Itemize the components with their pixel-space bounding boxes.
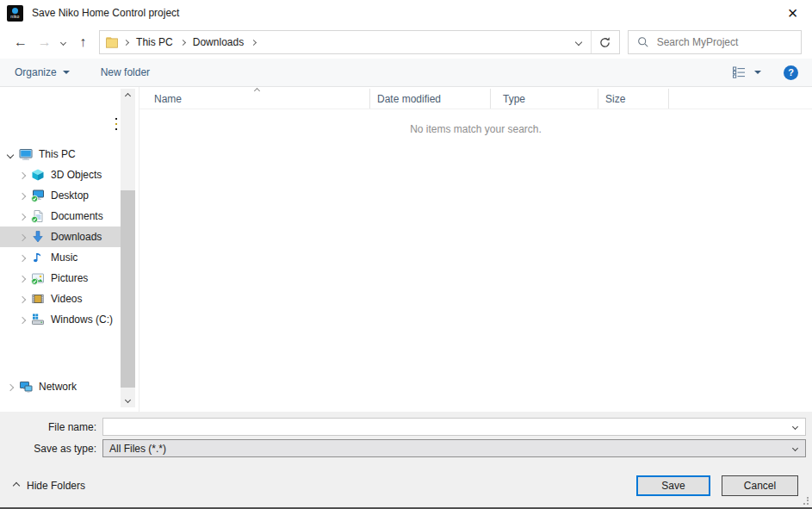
folder-tree: This PC3D ObjectsDesktopDocumentsDownloa… [0, 144, 121, 397]
app-icon: niko [7, 5, 23, 22]
help-icon[interactable]: ? [784, 65, 798, 80]
save-button[interactable]: Save [636, 475, 710, 496]
search-input[interactable] [657, 36, 796, 48]
tree-item-downloads[interactable]: Downloads [0, 227, 121, 247]
column-header-size[interactable]: Size [598, 89, 669, 109]
app-icon-label: niko [10, 14, 19, 19]
chevron-collapsed-icon[interactable] [19, 317, 26, 324]
address-bar[interactable]: This PCDownloads [99, 30, 620, 54]
up-button[interactable]: ↑ [71, 30, 95, 54]
column-header-label: Name [154, 93, 182, 105]
organize-button[interactable]: Organize [15, 66, 70, 78]
this-pc-icon [19, 147, 34, 161]
tree-item-music[interactable]: Music [0, 247, 121, 268]
tree-item-documents[interactable]: Documents [0, 206, 121, 227]
save-dialog-window: niko Save Niko Home Control project × ← … [0, 0, 812, 509]
refresh-icon [598, 36, 611, 49]
tree-item-label: Downloads [51, 231, 102, 243]
music-icon [31, 251, 46, 264]
tree-item-label: This PC [39, 148, 76, 160]
title-bar: niko Save Niko Home Control project × [0, 0, 812, 26]
address-dropdown-chevron-icon[interactable] [567, 31, 591, 53]
chevron-collapsed-icon[interactable] [19, 255, 26, 262]
objects-3d-icon [31, 168, 46, 182]
tree-item-network[interactable]: Network [0, 376, 121, 397]
breadcrumb-chevron-icon[interactable] [123, 39, 129, 45]
breadcrumb-chevron-icon[interactable] [180, 39, 186, 45]
hide-folders-label: Hide Folders [27, 480, 85, 492]
save-as-type-row: Save as type: All Files (*.*) [0, 439, 812, 457]
bottom-panel: File name: Save as type: All Files (*.*)… [0, 412, 812, 509]
save-as-type-dropdown-icon [792, 445, 798, 451]
scroll-up-icon[interactable] [121, 89, 135, 103]
new-folder-button[interactable]: New folder [101, 66, 150, 78]
scroll-down-icon[interactable] [121, 393, 135, 407]
column-headers: NameDate modifiedTypeSize [139, 89, 812, 109]
save-as-type-value: All Files (*.*) [109, 443, 166, 455]
breadcrumb-item[interactable]: Downloads [190, 31, 246, 53]
tree-item-label: Pictures [51, 272, 88, 284]
tree-item-label: Network [39, 381, 77, 393]
search-box[interactable] [628, 30, 802, 54]
chevron-collapsed-icon[interactable] [19, 276, 26, 282]
organize-label: Organize [15, 66, 57, 78]
file-name-input[interactable] [103, 419, 805, 435]
tree-item-videos[interactable]: Videos [0, 289, 121, 309]
column-header-date-modified[interactable]: Date modified [370, 89, 491, 109]
chevron-up-icon [13, 482, 20, 489]
desktop-icon [31, 189, 46, 202]
chevron-collapsed-icon[interactable] [19, 234, 26, 241]
tree-item-desktop[interactable]: Desktop [0, 185, 121, 206]
breadcrumb: This PCDownloads [119, 31, 261, 53]
chevron-collapsed-icon[interactable] [19, 193, 26, 200]
recent-locations-chevron-icon[interactable] [57, 30, 71, 54]
tree-item-pictures[interactable]: Pictures [0, 268, 121, 289]
column-header-type[interactable]: Type [491, 89, 598, 109]
details-view-icon[interactable] [732, 65, 747, 79]
column-header-label: Date modified [377, 93, 441, 105]
tree-item-objects-3d[interactable]: 3D Objects [0, 164, 121, 185]
tree-item-label: Windows (C:) [51, 313, 113, 326]
organize-dropdown-icon [63, 71, 70, 74]
breadcrumb-item[interactable]: This PC [133, 31, 176, 53]
window-title: Save Niko Home Control project [32, 7, 179, 19]
chevron-collapsed-icon[interactable] [19, 214, 26, 220]
pictures-icon [31, 271, 46, 285]
cancel-button[interactable]: Cancel [722, 475, 798, 496]
scrollbar-thumb[interactable] [121, 190, 135, 388]
hide-folders-button[interactable]: Hide Folders [14, 480, 85, 492]
toolbar-right-group: ? [732, 65, 798, 80]
app-icon-dot [12, 8, 18, 14]
tree-item-label: Desktop [51, 189, 89, 202]
command-toolbar: Organize New folder ? [0, 59, 812, 87]
videos-icon [31, 292, 46, 306]
windows-drive-icon [31, 313, 46, 326]
refresh-button[interactable] [591, 31, 619, 53]
new-folder-label: New folder [101, 66, 150, 78]
chevron-collapsed-icon[interactable] [19, 172, 26, 179]
folder-icon [105, 35, 119, 49]
file-name-label: File name: [0, 421, 102, 433]
close-button[interactable]: × [773, 0, 812, 26]
tree-item-label: Videos [51, 293, 82, 305]
views-dropdown-icon[interactable] [754, 71, 761, 74]
save-as-type-select[interactable]: All Files (*.*) [102, 439, 806, 457]
tree-scrollbar[interactable] [121, 89, 135, 407]
navigation-bar: ← → ↑ This PCDownloads [0, 26, 812, 59]
tree-item-label: Music [51, 251, 77, 264]
tree-item-label: 3D Objects [51, 169, 102, 181]
tree-item-windows-drive[interactable]: Windows (C:) [0, 309, 121, 330]
empty-message: No items match your search. [139, 123, 812, 135]
file-name-combobox [102, 418, 806, 436]
tree-item-this-pc[interactable]: This PC [0, 144, 121, 164]
back-button[interactable]: ← [9, 30, 33, 54]
breadcrumb-chevron-icon[interactable] [251, 39, 257, 45]
save-as-type-label: Save as type: [0, 443, 102, 455]
resize-grip-icon[interactable] [801, 497, 809, 505]
splitter-grip[interactable] [115, 118, 118, 133]
chevron-expanded-icon[interactable] [7, 152, 14, 158]
chevron-collapsed-icon[interactable] [7, 384, 14, 391]
chevron-collapsed-icon[interactable] [19, 296, 26, 303]
navigation-pane: This PC3D ObjectsDesktopDocumentsDownloa… [0, 87, 121, 412]
forward-button[interactable]: → [33, 30, 57, 54]
